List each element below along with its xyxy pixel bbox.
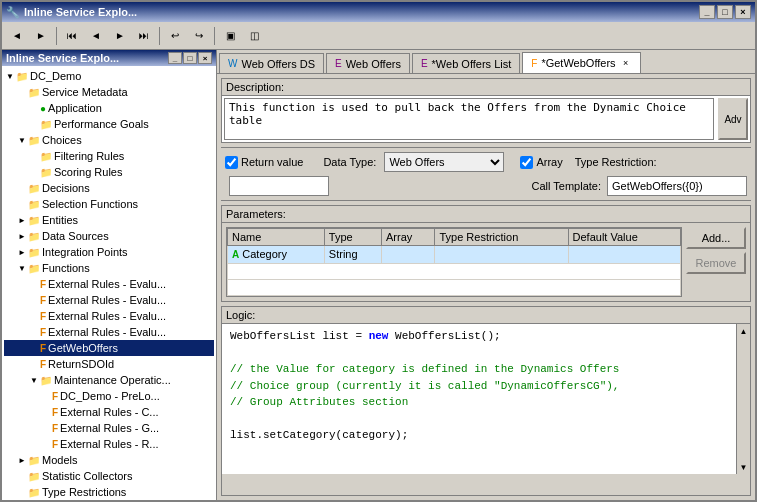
tree-item-root[interactable]: ▼📁DC_Demo [4,68,214,84]
parameters-table-wrap: Name Type Array Type Restriction Default… [226,227,682,297]
tree-item-service-metadata[interactable]: 📁Service Metadata [4,84,214,100]
logic-scrollbar[interactable]: ▲ ▼ [736,324,750,474]
tree-item-performance-goals[interactable]: 📁Performance Goals [4,116,214,132]
parameters-buttons: Add... Remove [686,227,746,297]
tree-item-decisions[interactable]: 📁Decisions [4,180,214,196]
tree-arrow-integration-points[interactable]: ► [18,248,28,257]
advanced-button[interactable]: Adv [718,98,748,140]
next-button[interactable]: ► [109,25,131,47]
last-button[interactable]: ⏭ [133,25,155,47]
tree-label-integration-points: Integration Points [42,246,128,258]
close-button[interactable]: × [735,5,751,19]
view-button[interactable]: ▣ [219,25,241,47]
tab-getweboffers-close[interactable]: × [620,57,632,69]
tree-item-dc-demo-prelo[interactable]: FDC_Demo - PreLo... [4,388,214,404]
tree-item-selection-functions[interactable]: 📁Selection Functions [4,196,214,212]
left-panel: Inline Service Explo... _ □ × ▼📁DC_Demo📁… [2,50,217,500]
window-icon: 🔧 [6,6,20,19]
tree-label-dc-demo-prelo: DC_Demo - PreLo... [60,390,160,402]
array-checkbox[interactable] [520,156,533,169]
table-row[interactable]: A Category String [228,246,681,264]
return-value-checkbox[interactable] [225,156,238,169]
description-section: Description: Adv [221,78,751,143]
call-template-input[interactable] [607,176,747,196]
back-button[interactable]: ◄ [6,25,28,47]
tab-weboffers[interactable]: E Web Offers [326,53,410,73]
tree-item-integration-points[interactable]: ►📁Integration Points [4,244,214,260]
minimize-button[interactable]: _ [699,5,715,19]
tab-getweboffers[interactable]: F *GetWebOffers × [522,52,640,74]
tree-item-type-restrictions[interactable]: 📁Type Restrictions [4,484,214,500]
forward-button[interactable]: ► [30,25,52,47]
tree-icon-decisions: 📁 [28,183,40,194]
tab-weboffers-icon: E [335,58,342,69]
layout-button[interactable]: ◫ [243,25,265,47]
tree-icon-statistic-collectors: 📁 [28,471,40,482]
tree-item-ext-rules-1[interactable]: FExternal Rules - Evalu... [4,276,214,292]
title-bar: 🔧 Inline Service Explo... _ □ × [2,2,755,22]
tab-webofferslist[interactable]: E *Web Offers List [412,53,520,73]
maximize-button[interactable]: □ [717,5,733,19]
left-panel-max[interactable]: □ [183,52,197,64]
tree-arrow-entities[interactable]: ► [18,216,28,225]
tree-item-entities[interactable]: ►📁Entities [4,212,214,228]
code-comment-3: // Group Attributes section [230,396,408,408]
scroll-up[interactable]: ▲ [737,324,750,338]
tree-arrow-functions[interactable]: ▼ [18,264,28,273]
tree-label-performance-goals: Performance Goals [54,118,149,130]
tree-arrow-maintenance-op[interactable]: ▼ [30,376,40,385]
tab-weboffersds[interactable]: W Web Offers DS [219,53,324,73]
tree-icon-entities: 📁 [28,215,40,226]
tree-item-models[interactable]: ►📁Models [4,452,214,468]
tree-arrow-data-sources[interactable]: ► [18,232,28,241]
scroll-down[interactable]: ▼ [737,460,750,474]
tree-item-data-sources[interactable]: ►📁Data Sources [4,228,214,244]
left-panel-close[interactable]: × [198,52,212,64]
file-tree: ▼📁DC_Demo📁Service Metadata●Application📁P… [2,66,216,500]
redo-button[interactable]: ↪ [188,25,210,47]
add-button[interactable]: Add... [686,227,746,249]
array-checkbox-label[interactable]: Array [520,156,562,169]
tree-label-functions: Functions [42,262,90,274]
left-panel-min[interactable]: _ [168,52,182,64]
tree-item-ext-r[interactable]: FExternal Rules - R... [4,436,214,452]
tree-label-maintenance-op: Maintenance Operatic... [54,374,171,386]
undo-button[interactable]: ↩ [164,25,186,47]
col-name: Name [228,229,325,246]
return-value-checkbox-label[interactable]: Return value [225,156,303,169]
tree-arrow-choices[interactable]: ▼ [18,136,28,145]
data-type-select[interactable]: Web Offers [384,152,504,172]
parameters-content: Name Type Array Type Restriction Default… [222,223,750,301]
tree-item-ext-g[interactable]: FExternal Rules - G... [4,420,214,436]
tree-item-filtering-rules[interactable]: 📁Filtering Rules [4,148,214,164]
tree-item-ext-rules-4[interactable]: FExternal Rules - Evalu... [4,324,214,340]
tabs-bar: W Web Offers DS E Web Offers E *Web Offe… [217,50,755,74]
tree-item-getweboffers[interactable]: FGetWebOffers [4,340,214,356]
tree-item-scoring-rules[interactable]: 📁Scoring Rules [4,164,214,180]
first-button[interactable]: ⏮ [61,25,83,47]
description-textarea[interactable] [224,98,714,140]
tab-weboffers-label: Web Offers [346,58,401,70]
tree-item-maintenance-op[interactable]: ▼📁Maintenance Operatic... [4,372,214,388]
call-template-label: Call Template: [532,180,602,192]
description-header: Description: [222,79,750,96]
type-restriction-input[interactable] [229,176,329,196]
remove-button[interactable]: Remove [686,252,746,274]
tree-item-functions[interactable]: ▼📁Functions [4,260,214,276]
logic-section: Logic: WebOffersList list = new WebOffer… [221,306,751,496]
tree-icon-type-restrictions: 📁 [28,487,40,498]
tree-item-application[interactable]: ●Application [4,100,214,116]
tree-item-ext-c[interactable]: FExternal Rules - C... [4,404,214,420]
return-value-row: Return value Data Type: Web Offers Array… [221,147,751,201]
tree-item-choices[interactable]: ▼📁Choices [4,132,214,148]
tree-item-statistic-collectors[interactable]: 📁Statistic Collectors [4,468,214,484]
tree-icon-ext-rules-3: F [40,311,46,322]
param-name: Category [242,248,287,260]
prev-button[interactable]: ◄ [85,25,107,47]
tree-item-ext-rules-2[interactable]: FExternal Rules - Evalu... [4,292,214,308]
tree-item-ext-rules-3[interactable]: FExternal Rules - Evalu... [4,308,214,324]
tree-arrow-root[interactable]: ▼ [6,72,16,81]
tree-item-returnsdoid[interactable]: FReturnSDOId [4,356,214,372]
tree-arrow-models[interactable]: ► [18,456,28,465]
parameters-header: Parameters: [222,206,750,223]
